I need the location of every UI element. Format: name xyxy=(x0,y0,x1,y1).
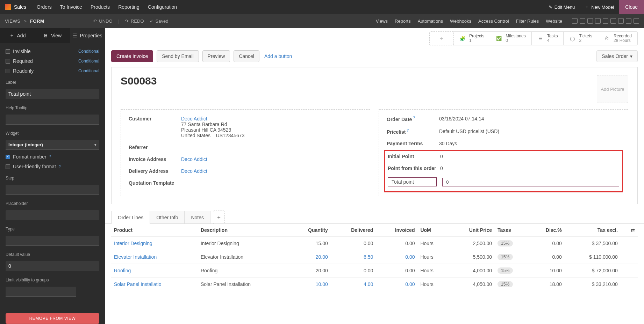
price-cell[interactable]: 5,500.00 xyxy=(448,250,495,264)
customer-link[interactable]: Deco Addict xyxy=(181,116,207,122)
stat-recorded[interactable]: ⏱Recorded28 Hours xyxy=(598,31,638,45)
readonly-checkbox[interactable]: Readonly xyxy=(6,68,34,74)
inv-cell[interactable]: 0.00 xyxy=(376,278,417,291)
invoice-addr-link[interactable]: Deco Addict xyxy=(181,156,207,162)
close-button[interactable]: Close xyxy=(619,0,644,14)
status-dropdown[interactable]: Sales Order▾ xyxy=(596,50,638,62)
price-cell[interactable]: 4,000.00 xyxy=(448,264,495,278)
th-qty: Quantity xyxy=(289,224,331,237)
disc-cell[interactable]: 10.00 xyxy=(529,264,564,278)
tab-other-info[interactable]: Other Info xyxy=(150,211,185,224)
invisible-checkbox[interactable]: Invisible xyxy=(6,49,31,54)
product-link[interactable]: Roofing xyxy=(114,268,131,273)
deliv-cell[interactable]: 4.00 xyxy=(331,278,376,291)
disc-cell[interactable]: 18.00 xyxy=(529,278,564,291)
sublink-filter[interactable]: Filter Rules xyxy=(516,19,539,24)
redo-button[interactable]: ↷REDO xyxy=(125,19,144,24)
inv-cell[interactable]: 0.00 xyxy=(376,250,417,264)
qty-cell[interactable]: 20.00 xyxy=(289,264,331,278)
inv-cell[interactable]: 0.00 xyxy=(376,264,417,278)
inv-cell[interactable]: 0.00 xyxy=(376,237,417,250)
remove-from-view-button[interactable]: REMOVE FROM VIEW xyxy=(6,313,99,324)
invisible-conditional[interactable]: Conditional xyxy=(78,49,99,54)
type-input[interactable] xyxy=(6,236,99,246)
user-friendly-checkbox[interactable]: User-friendly format? xyxy=(6,164,99,169)
stat-milestones[interactable]: ✅Milestones0 xyxy=(490,31,531,45)
cancel-button[interactable]: Cancel xyxy=(234,50,259,62)
step-input[interactable] xyxy=(6,185,99,195)
qty-cell[interactable]: 10.00 xyxy=(289,278,331,291)
edit-menu-button[interactable]: ✎Edit Menu xyxy=(544,5,580,10)
default-input[interactable] xyxy=(6,261,99,271)
table-row[interactable]: Elevator InstallationElevator Installati… xyxy=(111,250,638,264)
sublink-views[interactable]: Views xyxy=(376,19,388,24)
product-link[interactable]: Solar Panel Installatio xyxy=(114,281,161,287)
limit-input[interactable] xyxy=(6,287,76,297)
add-button-link[interactable]: Add a button xyxy=(263,51,293,62)
nav-reporting[interactable]: Reporting xyxy=(118,4,139,10)
create-invoice-button[interactable]: Create Invoice xyxy=(111,50,153,62)
add-picture-button[interactable]: Add Picture xyxy=(597,75,628,103)
send-email-button[interactable]: Send by Email xyxy=(157,50,199,62)
deliv-cell[interactable]: 0.00 xyxy=(331,264,376,278)
placeholder-input[interactable] xyxy=(6,210,99,220)
product-link[interactable]: Elevator Installation xyxy=(114,254,157,260)
table-row[interactable]: Solar Panel InstallatioSolar Panel Insta… xyxy=(111,278,638,291)
product-link[interactable]: Interior Designing xyxy=(114,241,152,246)
preview-button[interactable]: Preview xyxy=(202,50,230,62)
nav-configuration[interactable]: Configuration xyxy=(148,4,177,10)
price-cell[interactable]: 4,050.00 xyxy=(448,278,495,291)
deliv-cell[interactable]: 6.50 xyxy=(331,250,376,264)
sublink-website[interactable]: Website xyxy=(546,19,562,24)
sublink-access[interactable]: Access Control xyxy=(478,19,509,24)
tab-add[interactable]: ＋Add xyxy=(0,28,35,43)
view-icon-2[interactable] xyxy=(580,18,585,24)
disc-cell[interactable]: 0.00 xyxy=(529,237,564,250)
view-icon-1[interactable] xyxy=(572,18,578,24)
price-cell[interactable]: 2,500.00 xyxy=(448,237,495,250)
format-number-checkbox[interactable]: Format number? xyxy=(6,154,99,160)
total-point-label-box[interactable]: Total point xyxy=(388,177,437,186)
readonly-conditional[interactable]: Conditional xyxy=(78,68,99,73)
qty-cell[interactable]: 20.00 xyxy=(289,250,331,264)
view-icon-8[interactable] xyxy=(626,18,631,24)
tab-view[interactable]: 🖥View xyxy=(35,28,70,43)
deliv-cell[interactable]: 0.00 xyxy=(331,237,376,250)
sublink-webhooks[interactable]: Webhooks xyxy=(450,19,471,24)
sublink-reports[interactable]: Reports xyxy=(395,19,411,24)
label-input[interactable] xyxy=(6,89,99,99)
disc-cell[interactable]: 0.00 xyxy=(529,250,564,264)
required-checkbox[interactable]: Required xyxy=(6,58,33,64)
undo-button[interactable]: ↶UNDO xyxy=(93,19,112,24)
brand: Sales xyxy=(0,4,31,10)
delivery-addr-link[interactable]: Deco Addict xyxy=(181,168,207,174)
view-icon-4[interactable] xyxy=(595,18,601,24)
view-icon-7[interactable] xyxy=(618,18,624,24)
nav-to-invoice[interactable]: To Invoice xyxy=(60,4,82,10)
stat-add-button[interactable]: ＋ xyxy=(429,31,454,45)
stat-tickets[interactable]: ◯Tickets2 xyxy=(564,31,598,45)
view-icon-3[interactable] xyxy=(587,18,593,24)
sublink-automations[interactable]: Automations xyxy=(418,19,443,24)
nav-products[interactable]: Products xyxy=(91,4,110,10)
view-icon-5[interactable] xyxy=(603,18,608,24)
breadcrumb-views[interactable]: VIEWS xyxy=(5,19,20,24)
tooltip-input[interactable] xyxy=(6,115,99,125)
tab-notes[interactable]: Notes xyxy=(184,211,210,224)
widget-select[interactable]: Integer (integer) ▾ xyxy=(6,140,99,150)
table-row[interactable]: RoofingRoofing20.000.000.00Hours4,000.00… xyxy=(111,264,638,278)
th-config[interactable]: ⇄ xyxy=(621,224,638,237)
stat-projects[interactable]: 🧩Projects1 xyxy=(454,31,490,45)
qty-cell[interactable]: 15.00 xyxy=(289,237,331,250)
view-icon-9[interactable] xyxy=(634,18,639,24)
table-row[interactable]: Interior DesigningInterior Designing15.0… xyxy=(111,237,638,250)
add-tab-button[interactable]: ＋ xyxy=(213,211,225,224)
total-point-input[interactable] xyxy=(442,178,619,186)
view-icon-6[interactable] xyxy=(610,18,616,24)
tab-properties[interactable]: ☰Properties xyxy=(70,28,105,43)
required-conditional[interactable]: Conditional xyxy=(78,59,99,64)
new-model-button[interactable]: ＋New Model xyxy=(580,4,619,10)
tab-order-lines[interactable]: Order Lines xyxy=(111,211,150,224)
stat-tasks[interactable]: ☰Tasks4 xyxy=(532,31,564,45)
nav-orders[interactable]: Orders xyxy=(37,4,52,10)
